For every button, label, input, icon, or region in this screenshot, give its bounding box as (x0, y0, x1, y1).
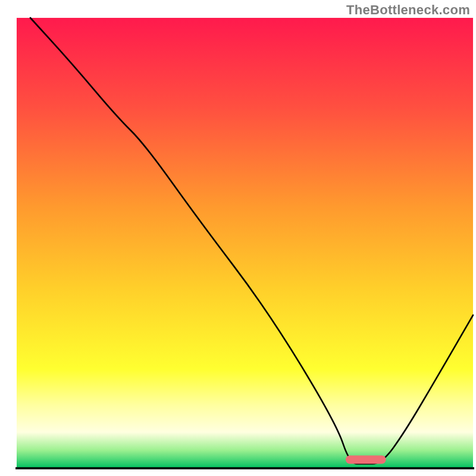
plot-background (17, 18, 473, 468)
watermark-text: TheBottleneck.com (346, 2, 470, 18)
bottleneck-chart (0, 0, 476, 476)
chart-stage: TheBottleneck.com (0, 0, 476, 476)
